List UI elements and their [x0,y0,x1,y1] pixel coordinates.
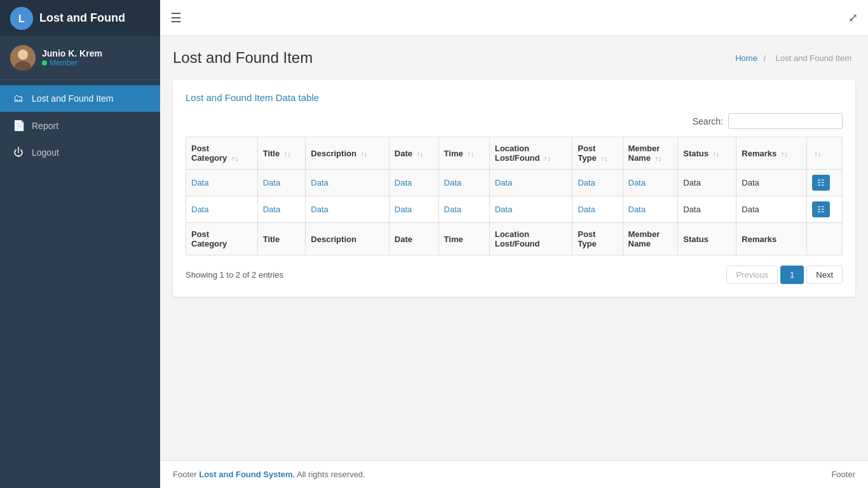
search-bar: Search: [186,113,843,129]
svg-text:L: L [18,13,25,24]
cell-title: Data [257,170,306,196]
content-area: Lost and Found Item Home / Lost and Foun… [160,36,868,460]
footer-col-description: Description [306,223,389,255]
breadcrumb-separator: / [764,53,766,63]
footer-col-post-type: PostType [573,223,623,255]
entries-info: Showing 1 to 2 of 2 entries [186,270,283,280]
footer-link[interactable]: Lost and Found System. [199,470,295,479]
table-body: Data Data Data Data Data Data Data Data … [186,170,843,255]
card-title: Lost and Found Item Data table [186,92,843,103]
table-row: Data Data Data Data Data Data Data Data … [186,196,843,223]
table-footer: Showing 1 to 2 of 2 entries Previous 1 N… [186,266,843,284]
col-description[interactable]: Description ↑↓ [306,137,389,170]
topbar: ☰ ⤢ [160,0,868,36]
search-input[interactable] [728,113,843,129]
footer-col-time: Time [438,223,489,255]
cell-remarks: Data [736,170,807,196]
page-title: Lost and Found Item [173,49,313,67]
footer-col-status: Status [678,223,736,255]
breadcrumb-current: Lost and Found Item [776,53,851,63]
footer-text-right: All rights reserved. [295,470,365,479]
cell-time: Data [438,170,489,196]
cell-date: Data [389,196,438,223]
footer-col-title: Title [257,223,306,255]
view-button[interactable]: ☷ [812,201,830,217]
footer-col-date: Date [389,223,438,255]
user-role: Member [42,58,102,67]
user-name: Junio K. Krem [42,48,102,58]
col-remarks[interactable]: Remarks ↑↓ [736,137,807,170]
col-status[interactable]: Status ↑↓ [678,137,736,170]
cell-description: Data [306,196,389,223]
expand-icon[interactable]: ⤢ [848,11,858,25]
previous-button[interactable]: Previous [726,266,778,284]
cell-post-type: Data [573,170,623,196]
col-location[interactable]: LocationLost/Found ↑↓ [489,137,573,170]
sidebar-item-label: Logout [32,147,59,158]
page-header: Lost and Found Item Home / Lost and Foun… [173,49,855,67]
sidebar-item-label: Lost and Found Item [32,93,113,104]
cell-remarks: Data [736,196,807,223]
app-title: Lost and Found [39,11,125,25]
main-content: ☰ ⤢ Lost and Found Item Home / Lost and … [160,0,868,488]
footer-text-left: Footer [173,470,199,479]
col-title[interactable]: Title ↑↓ [257,137,306,170]
pagination: Previous 1 Next [726,266,843,284]
footer-col-location: LocationLost/Found [489,223,573,255]
data-card: Lost and Found Item Data table Search: P… [173,79,855,297]
cell-description: Data [306,170,389,196]
col-actions: ↑↓ [807,137,843,170]
sidebar-item-label: Report [32,121,58,131]
col-post-type[interactable]: PostType ↑↓ [573,137,623,170]
cell-post-category: Data [186,170,258,196]
cell-time: Data [438,196,489,223]
cell-member-name: Data [623,196,678,223]
col-post-category[interactable]: PostCategory ↑↓ [186,137,258,170]
table-footer-row: PostCategory Title Description Date Time… [186,223,843,255]
report-icon: 📄 [13,119,24,132]
breadcrumb-home-link[interactable]: Home [735,53,757,63]
user-profile: Junio K. Krem Member [0,36,160,80]
footer-col-member-name: MemberName [623,223,678,255]
sidebar-item-logout[interactable]: ⏻ Logout [0,139,160,166]
footer-col-post-category: PostCategory [186,223,258,255]
col-time[interactable]: Time ↑↓ [438,137,489,170]
table-header-row: PostCategory ↑↓ Title ↑↓ Description ↑↓ … [186,137,843,170]
sidebar-item-lost-found[interactable]: 🗂 Lost and Found Item [0,85,160,112]
data-table: PostCategory ↑↓ Title ↑↓ Description ↑↓ … [186,137,843,255]
view-button[interactable]: ☷ [812,175,830,191]
search-label: Search: [693,116,723,126]
hamburger-icon[interactable]: ☰ [170,10,182,25]
svg-point-3 [18,50,28,60]
cell-action: ☷ [807,196,843,223]
cell-status: Data [678,196,736,223]
cell-action: ☷ [807,170,843,196]
cell-location: Data [489,196,573,223]
user-info: Junio K. Krem Member [42,48,102,67]
footer-right: Footer [831,470,855,479]
cell-status: Data [678,170,736,196]
online-status-icon [42,60,47,65]
logout-icon: ⏻ [13,147,24,158]
next-button[interactable]: Next [806,266,843,284]
footer-col-remarks: Remarks [736,223,807,255]
cell-date: Data [389,170,438,196]
footer-left: Footer Lost and Found System. All rights… [173,470,365,479]
footer-col-actions [807,223,843,255]
cell-member-name: Data [623,170,678,196]
table-row: Data Data Data Data Data Data Data Data … [186,170,843,196]
cell-post-category: Data [186,196,258,223]
cell-title: Data [257,196,306,223]
app-logo-icon: L [10,7,33,30]
footer: Footer Lost and Found System. All rights… [160,460,868,488]
briefcase-icon: 🗂 [13,93,24,104]
cell-location: Data [489,170,573,196]
sidebar-nav: 🗂 Lost and Found Item 📄 Report ⏻ Logout [0,80,160,488]
cell-post-type: Data [573,196,623,223]
col-member-name[interactable]: MemberName ↑↓ [623,137,678,170]
col-date[interactable]: Date ↑↓ [389,137,438,170]
sidebar-item-report[interactable]: 📄 Report [0,112,160,139]
avatar [10,45,36,71]
sidebar: L Lost and Found Junio K. Krem Member 🗂 … [0,0,160,488]
page-1-button[interactable]: 1 [780,266,804,284]
